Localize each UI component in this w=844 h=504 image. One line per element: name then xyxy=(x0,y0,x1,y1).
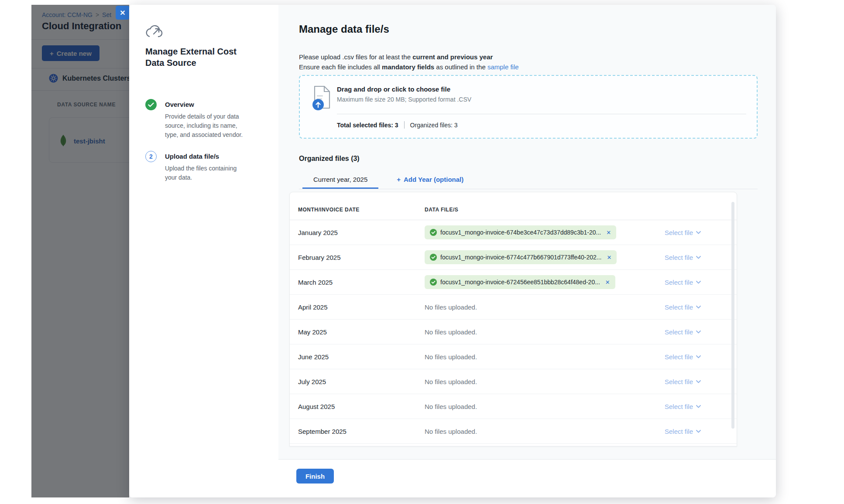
tab-current-year-2025[interactable]: Current year, 2025 xyxy=(302,171,378,189)
content-title: Manage data file/s xyxy=(299,23,389,35)
select-file-dropdown[interactable]: Select file xyxy=(665,403,737,410)
no-files-text: No files uploaded. xyxy=(425,303,477,311)
chevron-down-icon xyxy=(696,355,701,358)
step-number-badge: 2 xyxy=(145,151,157,162)
dropzone-divider xyxy=(337,114,746,114)
select-file-label: Select file xyxy=(665,403,693,410)
select-file-dropdown[interactable]: Select file xyxy=(665,279,737,286)
table-row: October 2025 No files uploaded. Select f… xyxy=(290,444,737,446)
table-row: March 2025 focusv1_mongo-invoice-672456e… xyxy=(290,270,737,295)
chevron-down-icon xyxy=(696,281,701,284)
organized-files-table-card: MONTH/INVOICE DATE DATA FILE/S January 2… xyxy=(289,192,737,446)
instruction-line-2: Ensure each file includes all mandatory … xyxy=(299,63,519,71)
step-upload-data-files[interactable]: 2 Upload data file/s Upload the files co… xyxy=(145,151,254,182)
select-file-label: Select file xyxy=(665,428,693,435)
month-label: May 2025 xyxy=(298,328,425,336)
table-row: April 2025 No files uploaded. Select fil… xyxy=(290,295,737,320)
chevron-down-icon xyxy=(696,256,701,259)
select-file-dropdown[interactable]: Select file xyxy=(665,229,737,236)
month-label: June 2025 xyxy=(298,353,425,361)
wizard-steps: Overview Provide details of your data so… xyxy=(145,99,254,182)
organized-files-count: Organized files: 3 xyxy=(410,122,458,129)
year-tabbar: Current year, 2025 + Add Year (optional) xyxy=(299,171,758,189)
select-file-dropdown[interactable]: Select file xyxy=(665,428,737,435)
table-row: September 2025 No files uploaded. Select… xyxy=(290,419,737,444)
file-dropzone[interactable]: Drag and drop or click to choose file Ma… xyxy=(299,75,758,139)
table-row: February 2025 focusv1_mongo-invoice-6774… xyxy=(290,245,737,270)
select-file-dropdown[interactable]: Select file xyxy=(665,254,737,261)
select-file-dropdown[interactable]: Select file xyxy=(665,303,737,311)
instruction-text: as outlined in the xyxy=(434,63,487,71)
total-selected-files: Total selected files: 3 xyxy=(337,122,398,129)
select-file-label: Select file xyxy=(665,229,693,236)
chevron-down-icon xyxy=(696,380,701,383)
file-success-check-icon xyxy=(430,279,437,286)
select-file-dropdown[interactable]: Select file xyxy=(665,353,737,361)
dropzone-subtitle: Maximum file size 20 MB; Supported forma… xyxy=(337,96,471,103)
uploaded-file-name: focusv1_mongo-invoice-672456ee851bbb28c6… xyxy=(440,279,600,286)
table-row: January 2025 focusv1_mongo-invoice-674be… xyxy=(290,220,737,245)
select-file-label: Select file xyxy=(665,378,693,385)
close-icon: ✕ xyxy=(120,9,125,17)
uploaded-file-name: focusv1_mongo-invoice-674be3ce47c73d37dd… xyxy=(440,229,601,236)
table-row: August 2025 No files uploaded. Select fi… xyxy=(290,394,737,419)
instruction-bold: mandatory fields xyxy=(382,63,434,71)
close-button[interactable]: ✕ xyxy=(116,6,130,20)
add-year-label: Add Year (optional) xyxy=(404,176,463,183)
select-file-label: Select file xyxy=(665,279,693,286)
background-page: Account: CCM-NG>Set Cloud Integration + … xyxy=(31,5,129,497)
table-header-row: MONTH/INVOICE DATE DATA FILE/S xyxy=(290,192,737,220)
modal-dim-overlay xyxy=(31,5,129,497)
uploaded-file-pill: focusv1_mongo-invoice-674be3ce47c73d37dd… xyxy=(425,225,616,239)
step-label: Upload data file/s xyxy=(165,151,245,160)
remove-file-icon[interactable]: ✕ xyxy=(605,279,610,286)
no-files-text: No files uploaded. xyxy=(425,353,477,361)
uploaded-file-pill: focusv1_mongo-invoice-672456ee851bbb28c6… xyxy=(425,275,615,289)
instruction-line-1: Please upload .csv files for at least th… xyxy=(299,53,493,61)
month-label: July 2025 xyxy=(298,378,425,385)
table-row: May 2025 No files uploaded. Select file xyxy=(290,320,737,344)
finish-button[interactable]: Finish xyxy=(296,469,334,484)
column-month-invoice-date: MONTH/INVOICE DATE xyxy=(298,207,425,213)
instruction-text: Please upload .csv files for at least th… xyxy=(299,53,412,61)
month-label: April 2025 xyxy=(298,303,425,311)
chevron-down-icon xyxy=(696,330,701,334)
instruction-text: Ensure each file includes all xyxy=(299,63,382,71)
select-file-dropdown[interactable]: Select file xyxy=(665,378,737,385)
step-description: Provide details of your data source, inc… xyxy=(165,112,245,140)
month-label: January 2025 xyxy=(298,229,425,236)
screen: Account: CCM-NG>Set Cloud Integration + … xyxy=(0,0,844,504)
sample-file-link[interactable]: sample file xyxy=(487,63,519,71)
select-file-dropdown[interactable]: Select file xyxy=(665,328,737,336)
table-scrollbar[interactable] xyxy=(731,202,734,429)
select-file-label: Select file xyxy=(665,303,693,311)
remove-file-icon[interactable]: ✕ xyxy=(606,229,611,236)
step-overview[interactable]: Overview Provide details of your data so… xyxy=(145,99,254,140)
select-file-label: Select file xyxy=(665,254,693,261)
cloud-export-icon xyxy=(145,24,164,40)
column-data-files: DATA FILE/S xyxy=(425,207,458,213)
month-label: September 2025 xyxy=(298,428,425,435)
file-upload-icon xyxy=(311,85,332,112)
chevron-down-icon xyxy=(696,231,701,234)
chevron-down-icon xyxy=(696,430,701,433)
instruction-bold: current and previous year xyxy=(412,53,493,61)
chevron-down-icon xyxy=(696,306,701,309)
manage-data-source-modal: Manage External Cost Data Source Overvie… xyxy=(129,5,776,497)
no-files-text: No files uploaded. xyxy=(425,403,477,410)
file-success-check-icon xyxy=(430,254,437,261)
plus-icon: + xyxy=(397,176,401,183)
chevron-down-icon xyxy=(696,405,701,408)
dropzone-stats: Total selected files: 3 Organized files:… xyxy=(337,121,458,129)
add-year-button[interactable]: + Add Year (optional) xyxy=(397,171,463,189)
file-success-check-icon xyxy=(430,229,437,236)
remove-file-icon[interactable]: ✕ xyxy=(607,254,611,261)
select-file-label: Select file xyxy=(665,353,693,361)
dropzone-title: Drag and drop or click to choose file xyxy=(337,85,450,93)
stepper-panel: Manage External Cost Data Source Overvie… xyxy=(129,5,278,497)
select-file-label: Select file xyxy=(665,328,693,336)
step-label: Overview xyxy=(165,99,245,108)
month-label: March 2025 xyxy=(298,279,425,286)
no-files-text: No files uploaded. xyxy=(425,428,477,435)
month-label: February 2025 xyxy=(298,254,425,261)
